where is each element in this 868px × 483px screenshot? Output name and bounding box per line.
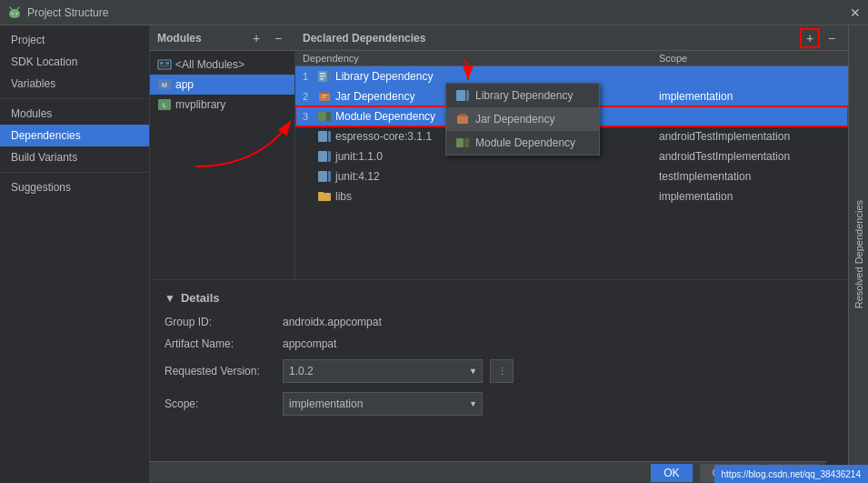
group-id-value: androidx.appcompat (283, 316, 382, 328)
dropdown-module-dep[interactable]: Module Dependency (446, 131, 599, 155)
dep-num-1: 1 (303, 71, 317, 82)
app-module-icon: M (157, 77, 172, 92)
deps-add-button[interactable]: + (801, 29, 819, 47)
libs-folder-icon (317, 189, 332, 204)
deps-columns-header: Dependency Scope (295, 51, 848, 66)
ok-button[interactable]: OK (651, 464, 692, 482)
version-label: Requested Version: (165, 365, 283, 377)
svg-text:M: M (162, 82, 167, 88)
deps-header: Declared Dependencies + − (295, 25, 848, 51)
svg-rect-35 (459, 114, 466, 116)
detail-row-version: Requested Version: ▼ ⋮ (165, 359, 833, 383)
scope-select[interactable]: implementation debugImplementation relea… (283, 392, 483, 416)
svg-rect-22 (322, 95, 327, 96)
svg-rect-25 (326, 112, 331, 121)
dropdown-library-dep[interactable]: Library Dependency (446, 84, 599, 107)
svg-rect-24 (318, 112, 325, 121)
svg-rect-8 (160, 62, 164, 65)
url-bar: https://blog.csdn.net/qq_38436214 (714, 465, 868, 483)
svg-rect-10 (160, 65, 169, 67)
sidebar-item-modules[interactable]: Modules (0, 103, 149, 125)
dep-name-junit4: junit:4.12 (335, 170, 659, 183)
sidebar-item-build-variants[interactable]: Build Variants (0, 146, 149, 168)
module-item-app[interactable]: M app (150, 75, 294, 95)
app-module-label: app (175, 78, 194, 91)
mvplibrary-icon: L (157, 97, 172, 112)
detail-row-scope: Scope: implementation debugImplementatio… (165, 392, 833, 416)
module-item-all[interactable]: <All Modules> (150, 55, 294, 75)
module-item-mvplibrary[interactable]: L mvplibrary (150, 95, 294, 115)
modules-remove-button[interactable]: − (269, 29, 287, 47)
deps-remove-button[interactable]: − (823, 29, 841, 47)
modules-toolbar: + − (247, 29, 287, 47)
svg-rect-32 (456, 90, 465, 101)
group-id-label: Group ID: (165, 316, 283, 328)
sidebar: Project SDK Location Variables Modules D… (0, 25, 150, 483)
svg-rect-18 (320, 78, 324, 80)
mvplibrary-label: mvplibrary (175, 98, 225, 111)
dep-scope-espresso: androidTestImplementation (659, 130, 841, 143)
dep-item-junit4[interactable]: junit:4.12 testImplementation (295, 166, 848, 186)
svg-rect-17 (320, 75, 325, 77)
svg-rect-21 (321, 91, 328, 94)
dep-scope-jar: implementation (659, 90, 841, 103)
version-extra-btn[interactable]: ⋮ (490, 359, 514, 383)
junit4-icon (317, 169, 332, 184)
svg-rect-33 (466, 90, 469, 101)
svg-rect-9 (165, 62, 169, 65)
sidebar-item-sdk-location[interactable]: SDK Location (0, 51, 149, 73)
details-arrow-icon: ▼ (165, 292, 175, 305)
scope-select-wrap: implementation debugImplementation relea… (283, 392, 483, 416)
svg-rect-37 (464, 138, 469, 147)
version-input-wrap: ▼ ⋮ (283, 359, 514, 383)
android-icon (7, 5, 22, 20)
sidebar-divider-1 (0, 98, 149, 99)
svg-point-5 (12, 13, 14, 15)
library-dep-icon (317, 69, 332, 84)
dropdown-lib-icon (455, 88, 470, 103)
junit1-icon (317, 149, 332, 164)
deps-col-scope: Scope (659, 53, 841, 64)
svg-rect-34 (457, 116, 468, 124)
detail-row-artifact: Artifact Name: appcompat (165, 337, 833, 350)
content-area: Modules + − <All Modules> (150, 25, 848, 483)
scope-label: Scope: (165, 397, 283, 410)
right-sidebar[interactable]: Resolved Dependencies (848, 25, 868, 483)
svg-rect-28 (318, 151, 327, 162)
dropdown-module-label: Module Dependency (475, 136, 575, 149)
sidebar-item-variables[interactable]: Variables (0, 73, 149, 95)
modules-panel: Modules + − <All Modules> (150, 25, 295, 279)
svg-text:L: L (163, 102, 166, 108)
dep-item-libs[interactable]: libs implementation (295, 186, 848, 206)
sidebar-item-suggestions[interactable]: Suggestions (0, 176, 149, 198)
details-panel: ▼ Details Group ID: androidx.appcompat A… (150, 280, 848, 483)
dropdown-mod-icon (455, 136, 470, 150)
sidebar-item-dependencies[interactable]: Dependencies (0, 125, 149, 146)
modules-panel-header: Modules + − (150, 25, 294, 51)
close-button[interactable]: ✕ (850, 5, 861, 20)
dep-scope-libs: implementation (659, 190, 841, 203)
resolved-deps-label: Resolved Dependencies (853, 200, 864, 308)
version-input[interactable] (283, 359, 483, 383)
jar-dep-icon (317, 89, 332, 104)
svg-rect-30 (318, 171, 327, 182)
sidebar-item-project[interactable]: Project (0, 29, 149, 51)
svg-rect-23 (322, 97, 325, 98)
svg-rect-27 (328, 131, 331, 142)
dep-num-2: 2 (303, 91, 317, 102)
deps-col-name: Dependency (303, 53, 659, 64)
window-title: Project Structure (27, 6, 850, 19)
svg-rect-19 (328, 71, 331, 82)
modules-add-button[interactable]: + (247, 29, 265, 47)
module-dep-icon (317, 109, 332, 124)
dep-scope-junit4: testImplementation (659, 170, 841, 183)
modules-panel-title: Modules (157, 32, 202, 45)
dropdown-jar-dep[interactable]: Jar Dependency (446, 107, 599, 131)
dep-num-3: 3 (303, 111, 317, 122)
deps-toolbar: + − (801, 29, 841, 47)
detail-row-group-id: Group ID: androidx.appcompat (165, 316, 833, 328)
svg-rect-31 (328, 171, 331, 182)
svg-point-6 (16, 13, 18, 15)
dep-name-library: Library Dependency (335, 70, 659, 83)
dep-name-libs: libs (335, 190, 659, 203)
